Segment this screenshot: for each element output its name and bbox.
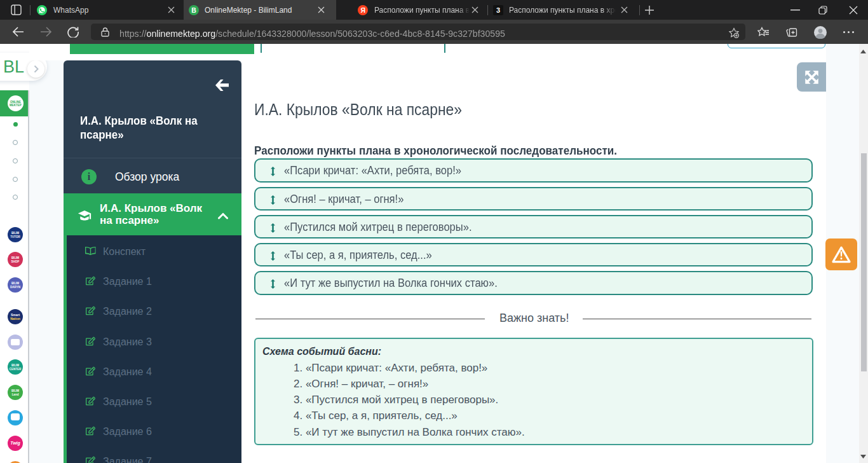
svg-text:Я: Я xyxy=(360,6,365,14)
svg-text:B: B xyxy=(191,6,196,14)
